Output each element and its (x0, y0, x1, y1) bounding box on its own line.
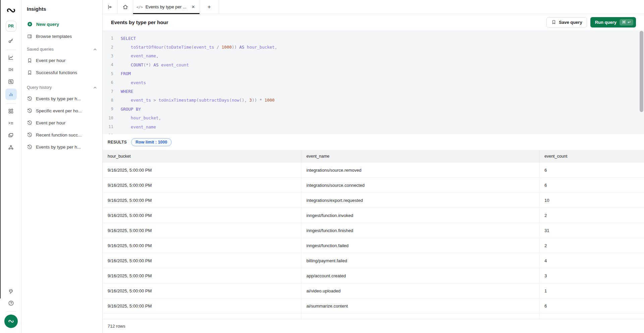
query-history-list: Events by type per h...Specific event pe… (27, 93, 98, 153)
history-icon (27, 132, 33, 138)
table-row[interactable]: 9/16/2025, 5:00:00 PMbilling/payment.fai… (103, 253, 644, 268)
editor-scrollbar-thumb[interactable] (640, 31, 643, 112)
code-text: SELECT (121, 36, 136, 41)
line-number: 11 (103, 124, 113, 129)
sidebar-item[interactable]: Recent function succ... (27, 129, 98, 141)
tab-close-icon[interactable]: ✕ (190, 4, 196, 10)
editor-line: 3 event_name, (103, 52, 644, 60)
sidebar-item-label: Successful functions (36, 70, 77, 75)
user-avatar[interactable] (4, 315, 18, 328)
sidebar-item[interactable]: Specific event per ho... (27, 105, 98, 117)
results-table-header: hour_bucket event_name event_count (103, 150, 644, 163)
chevron-up-icon (93, 85, 98, 90)
windows-icon[interactable] (6, 130, 16, 140)
editor-line: 6 events (103, 78, 644, 87)
cell-event-name: integrations/source.connected (301, 178, 539, 192)
code-text: events (121, 80, 146, 85)
table-row[interactable]: 9/16/2025, 5:00:00 PMai/summarize.conten… (103, 298, 644, 314)
code-icon: </> (136, 5, 143, 9)
insights-icon[interactable] (5, 89, 17, 100)
cell-hour-bucket: 9/16/2025, 5:00:00 PM (103, 223, 301, 238)
table-row[interactable]: 9/16/2025, 5:00:00 PMinngest/function.fa… (103, 238, 644, 253)
table-row[interactable]: 9/16/2025, 5:00:00 PMintegrations/export… (103, 193, 644, 208)
code-text: WHERE (121, 89, 133, 94)
line-number: 12 (103, 133, 113, 134)
bookmark-icon (551, 19, 557, 25)
webhook-icon[interactable] (6, 142, 16, 152)
results-footer: 712 rows (103, 319, 644, 333)
cell-hour-bucket: 9/16/2025, 5:00:00 PM (103, 238, 301, 253)
editor-lines: 1SELECT2 toStartOfHour(toDateTime(event_… (103, 34, 644, 134)
terminal-icon[interactable] (6, 118, 16, 128)
tab-events-by-type[interactable]: </> Events by type per ... ✕ (133, 0, 200, 14)
sidebar-item[interactable]: Events by type per h... (27, 141, 98, 153)
apps-icon[interactable] (6, 106, 16, 116)
table-row[interactable]: 9/16/2025, 5:00:00 PMintegrations/source… (103, 178, 644, 193)
profile-badge[interactable]: PR (6, 21, 16, 32)
metrics-icon[interactable] (6, 52, 16, 62)
sidebar-item[interactable]: Successful functions (27, 66, 98, 78)
column-header-event-name: event_name (301, 150, 539, 163)
bookmark-icon (27, 70, 33, 75)
cell-event-name: inngest/function.invoked (301, 208, 539, 223)
plug-icon[interactable] (6, 286, 16, 296)
icon-rail: PR (1, 0, 21, 333)
saved-queries-section-header[interactable]: Saved queries (27, 44, 98, 54)
new-query-button[interactable]: New query (27, 18, 98, 30)
new-query-label: New query (36, 22, 59, 27)
cell-event-count: 1 (539, 283, 644, 298)
tab-bar: </> Events by type per ... ✕ + (103, 0, 644, 14)
line-number: 3 (103, 54, 113, 58)
key-icon[interactable] (6, 36, 16, 46)
sidebar-item-label: Events by type per h... (36, 96, 81, 101)
cell-hour-bucket: 9/16/2025, 5:00:00 PM (103, 178, 301, 192)
table-row[interactable]: 9/16/2025, 5:00:00 PMintegrations/source… (103, 163, 644, 178)
cell-event-name: integrations/source.removed (301, 163, 539, 177)
rail-divider (6, 50, 16, 50)
code-text: hour_bucket, (121, 115, 161, 120)
code-text: GROUP BY (121, 107, 141, 112)
help-icon[interactable] (6, 298, 16, 308)
saved-queries-label: Saved queries (27, 47, 54, 52)
cell-hour-bucket: 9/16/2025, 5:00:00 PM (103, 283, 301, 298)
table-row[interactable]: 9/16/2025, 5:00:00 PMinngest/function.in… (103, 208, 644, 223)
sql-editor[interactable]: 1SELECT2 toStartOfHour(toDateTime(event_… (103, 30, 644, 134)
browse-templates-button[interactable]: Browse templates (27, 30, 98, 42)
row-limit-badge[interactable]: Row limit : 1000 (131, 138, 171, 146)
home-icon (122, 4, 128, 10)
editor-line: 12ORDER BY (103, 131, 644, 134)
sidebar-item-label: Recent function succ... (36, 132, 82, 137)
table-row[interactable]: 9/16/2025, 5:00:00 PMapp/account.created… (103, 268, 644, 283)
run-shortcut-badge: ⌘ ↵ (620, 19, 633, 25)
run-query-label: Run query (595, 20, 617, 25)
save-query-button[interactable]: Save query (546, 17, 587, 27)
table-row[interactable]: 9/16/2025, 5:00:00 PMinngest/function.fi… (103, 223, 644, 238)
results-table-body: 9/16/2025, 5:00:00 PMintegrations/source… (103, 163, 644, 314)
runs-icon[interactable] (6, 64, 16, 74)
run-query-button[interactable]: Run query ⌘ ↵ (590, 17, 636, 27)
sidebar-item-label: Events by type per h... (36, 145, 81, 150)
plus-circle-icon (27, 21, 33, 27)
cell-event-count: 10 (539, 193, 644, 208)
collapse-sidebar-button[interactable] (103, 0, 118, 14)
new-tab-button[interactable]: + (200, 0, 219, 14)
code-text: ORDER BY (121, 133, 141, 134)
event-search-icon[interactable] (6, 76, 16, 87)
editor-line: 8 event_ts > toUnixTimestamp(subtractDay… (103, 96, 644, 105)
saved-queries-list: Event per hourSuccessful functions (27, 54, 98, 78)
templates-icon (27, 34, 33, 39)
table-row[interactable]: 9/16/2025, 5:00:00 PMai/video.uploaded1 (103, 283, 644, 298)
line-number: 4 (103, 62, 113, 67)
sidebar-item[interactable]: Events by type per h... (27, 93, 98, 105)
query-history-section-header[interactable]: Query history (27, 82, 98, 93)
cell-event-count: 3 (539, 268, 644, 283)
cell-event-name: inngest/function.failed (301, 238, 539, 253)
sidebar-item[interactable]: Event per hour (27, 54, 98, 66)
sidebar-item[interactable]: Event per hour (27, 117, 98, 129)
cell-hour-bucket: 9/16/2025, 5:00:00 PM (103, 163, 301, 177)
home-tab-button[interactable] (118, 0, 133, 14)
editor-line: 4 COUNT(*) AS event_count (103, 60, 644, 69)
collapse-left-icon (107, 4, 113, 10)
inngest-logo (6, 5, 16, 15)
code-text: toStartOfHour(toDateTime(event_ts / 1000… (121, 45, 277, 50)
